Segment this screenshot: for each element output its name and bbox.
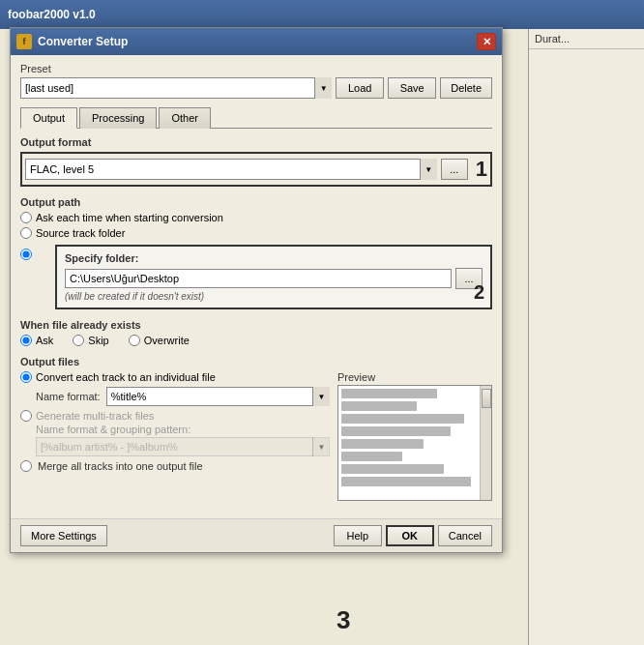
dialog-titlebar: f Converter Setup ✕ <box>11 28 502 55</box>
merge-option-row: Merge all tracks into one output file <box>20 460 330 472</box>
dialog-title: Converter Setup <box>38 35 128 48</box>
annotation-1-inline: 1 <box>476 157 487 182</box>
dialog-title-group: f Converter Setup <box>16 34 128 49</box>
annotation-2-inline: 2 <box>474 281 484 304</box>
tab-processing[interactable]: Processing <box>79 107 157 129</box>
tab-output[interactable]: Output <box>20 107 77 129</box>
source-option: Source track folder <box>20 227 125 239</box>
specify-row: Specify folder: ... (will be created if … <box>20 243 492 309</box>
output-files-left: Convert each track to an individual file… <box>20 371 330 501</box>
preview-line-4 <box>341 426 451 436</box>
name-format-row: Name format: %title% ▼ <box>36 387 330 406</box>
ask-radio[interactable] <box>20 212 32 223</box>
merge-radio[interactable] <box>20 460 32 472</box>
output-files-section: Output files Convert each track to an in… <box>20 356 492 501</box>
preview-line-5 <box>341 439 424 449</box>
format-browse-button[interactable]: ... <box>441 159 468 180</box>
converter-setup-dialog: f Converter Setup ✕ Preset [last used] ▼… <box>10 27 503 553</box>
multitrack-radio[interactable] <box>20 410 32 422</box>
output-path-label: Output path <box>20 196 492 208</box>
tab-other[interactable]: Other <box>159 107 211 129</box>
delete-button[interactable]: Delete <box>440 77 492 99</box>
help-button[interactable]: Help <box>334 525 382 546</box>
preview-label: Preview <box>337 371 492 383</box>
individual-label: Convert each track to an individual file <box>36 371 216 383</box>
ok-button[interactable]: OK <box>386 525 434 546</box>
specify-folder-label: Specify folder: <box>65 252 483 264</box>
name-format-select-wrapper: %title% ▼ <box>106 387 330 406</box>
folder-note: (will be created if it doesn't exist) <box>65 291 483 302</box>
bg-right-panel: Durat... <box>528 29 644 645</box>
specify-option <box>20 249 32 260</box>
format-select[interactable]: FLAC, level 5 <box>25 159 437 180</box>
multitrack-name-section: Name format & grouping pattern: [%album … <box>36 424 330 456</box>
ask-exists-label: Ask <box>36 335 53 346</box>
scrollbar-thumb <box>482 389 491 408</box>
skip-exists-label: Skip <box>88 335 108 346</box>
format-select-wrapper: FLAC, level 5 ▼ <box>25 159 437 180</box>
preview-line-3 <box>341 414 464 424</box>
preview-content <box>337 385 492 501</box>
bottom-right-buttons: Help OK Cancel <box>334 525 492 546</box>
file-exists-section: When file already exists Ask Skip Overwr… <box>20 319 492 346</box>
bg-titlebar: foobar2000 v1.0 <box>0 0 644 29</box>
output-format-label: Output format <box>20 136 492 148</box>
preview-scrollbar[interactable] <box>480 386 491 500</box>
cancel-button[interactable]: Cancel <box>438 525 492 546</box>
app-icon: f <box>16 34 32 49</box>
source-radio[interactable] <box>20 227 32 239</box>
output-format-section: Output format FLAC, level 5 ▼ ... 1 <box>20 136 492 187</box>
name-format-label: Name format: <box>36 391 101 402</box>
preview-line-6 <box>341 452 402 461</box>
folder-row: ... <box>65 268 483 289</box>
bg-right-header: Durat... <box>529 29 644 49</box>
output-format-row: FLAC, level 5 ▼ ... 1 <box>20 152 492 187</box>
ask-radio-label: Ask each time when starting conversion <box>36 212 223 223</box>
name-grouping-select-wrapper: [%album artist% - ]%album% ▼ <box>36 437 330 456</box>
preset-section: Preset [last used] ▼ Load Save Delete <box>20 63 492 99</box>
load-button[interactable]: Load <box>336 77 384 99</box>
preset-select[interactable]: [last used] <box>20 77 332 99</box>
more-settings-button[interactable]: More Settings <box>20 525 107 546</box>
individual-option: Convert each track to an individual file <box>20 371 330 383</box>
multitrack-option: Generate multi-track files <box>20 410 330 422</box>
ask-exists-option: Ask <box>20 335 53 346</box>
preview-line-7 <box>341 464 444 474</box>
overwrite-exists-option: Overwrite <box>129 335 190 346</box>
skip-exists-option: Skip <box>73 335 108 346</box>
preset-select-wrapper: [last used] ▼ <box>20 77 332 99</box>
preview-box: Preview <box>337 371 492 501</box>
preset-row: [last used] ▼ Load Save Delete <box>20 77 492 99</box>
specify-radio[interactable] <box>20 249 32 260</box>
overwrite-exists-radio[interactable] <box>129 335 140 346</box>
save-button[interactable]: Save <box>388 77 436 99</box>
ask-exists-radio[interactable] <box>20 335 32 346</box>
preview-line-2 <box>341 401 417 411</box>
individual-radio[interactable] <box>20 371 32 383</box>
name-grouping-label: Name format & grouping pattern: <box>36 424 330 435</box>
ask-option-row: Ask each time when starting conversion <box>20 212 492 223</box>
name-format-select[interactable]: %title% <box>106 387 330 406</box>
source-radio-label: Source track folder <box>36 227 125 239</box>
source-option-row: Source track folder <box>20 227 492 239</box>
folder-path-input[interactable] <box>65 269 452 288</box>
ask-option: Ask each time when starting conversion <box>20 212 223 223</box>
overwrite-exists-label: Overwrite <box>144 335 190 346</box>
multitrack-label: Generate multi-track files <box>36 410 154 422</box>
specify-folder-box: Specify folder: ... (will be created if … <box>55 245 492 309</box>
skip-exists-radio[interactable] <box>73 335 84 346</box>
preview-line-1 <box>341 389 437 398</box>
merge-label: Merge all tracks into one output file <box>38 460 203 472</box>
file-exists-label: When file already exists <box>20 319 492 331</box>
file-exists-options: Ask Skip Overwrite <box>20 335 492 346</box>
bottom-bar: More Settings Help OK Cancel <box>11 518 502 552</box>
preview-lines <box>338 386 491 492</box>
bg-app-title: foobar2000 v1.0 <box>8 8 96 21</box>
dialog-body: Preset [last used] ▼ Load Save Delete Ou… <box>11 55 502 518</box>
output-path-section: Output path Ask each time when starting … <box>20 196 492 309</box>
output-files-label: Output files <box>20 356 492 367</box>
output-files-inner: Convert each track to an individual file… <box>20 371 492 501</box>
close-button[interactable]: ✕ <box>477 33 496 50</box>
preview-line-8 <box>341 477 471 486</box>
name-grouping-select: [%album artist% - ]%album% <box>36 437 330 456</box>
